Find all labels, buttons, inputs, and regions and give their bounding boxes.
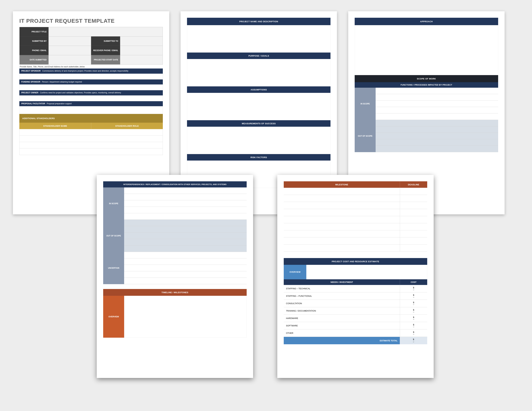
- value-submitted-to[interactable]: [120, 37, 163, 46]
- out-of-scope-rows: [376, 120, 498, 152]
- page-title: IT PROJECT REQUEST TEMPLATE: [19, 18, 163, 24]
- input-area[interactable]: [306, 265, 427, 279]
- table-row[interactable]: [124, 194, 247, 200]
- cost-row-value[interactable]: $–: [400, 322, 427, 329]
- table-row[interactable]: [284, 244, 427, 252]
- table-row[interactable]: [376, 94, 498, 101]
- table-row[interactable]: [124, 239, 247, 245]
- table-row[interactable]: [376, 113, 498, 120]
- role-input[interactable]: [19, 74, 163, 79]
- input-area[interactable]: [355, 25, 498, 75]
- milestones-header: MILESTONE DEADLINE: [284, 181, 427, 188]
- role-desc: Confirms need for project and validates …: [40, 92, 121, 94]
- table-row[interactable]: [284, 230, 427, 237]
- table-row[interactable]: [376, 126, 498, 133]
- cost-row-value[interactable]: $–: [400, 292, 427, 300]
- table-row[interactable]: [284, 237, 427, 244]
- label-estimate-total: ESTIMATE TOTAL: [284, 337, 400, 344]
- additional-stakeholders-header: ADDITIONAL STAKEHOLDERS: [19, 114, 163, 123]
- table-row[interactable]: [124, 187, 247, 194]
- input-area[interactable]: [187, 127, 331, 154]
- value-projected-start[interactable]: [120, 55, 163, 65]
- cost-row-label: STAFFING – TECHNICAL: [284, 285, 400, 292]
- table-row[interactable]: [124, 245, 247, 252]
- table-row[interactable]: [124, 213, 247, 220]
- section-assumptions: ASSUMPTIONS: [187, 86, 331, 93]
- cost-row-value[interactable]: $–: [400, 300, 427, 307]
- table-row[interactable]: [284, 202, 427, 209]
- table-row[interactable]: [124, 265, 247, 271]
- table-row[interactable]: [376, 101, 498, 107]
- table-row[interactable]: [284, 216, 427, 223]
- role-proposal-facilitator: PROPOSAL FACILITATOR Proposal preparatio…: [19, 101, 163, 106]
- label-uncertain: UNCERTAIN: [103, 252, 124, 284]
- stakeholders-rows: [19, 129, 163, 155]
- table-row[interactable]: [124, 258, 247, 265]
- table-row[interactable]: [124, 207, 247, 213]
- table-row[interactable]: [376, 107, 498, 113]
- table-row[interactable]: [19, 136, 163, 142]
- value-receiver-phone-email[interactable]: [120, 46, 163, 55]
- role-input[interactable]: [19, 106, 163, 114]
- cost-row-value[interactable]: $–: [400, 315, 427, 322]
- table-row[interactable]: [124, 278, 247, 284]
- label-out-of-scope: OUT OF SCOPE: [355, 120, 376, 152]
- table-row[interactable]: [376, 146, 498, 152]
- stakeholder-note: Provide Name, Title, Phone, and Email Ad…: [19, 65, 163, 68]
- table-row[interactable]: [124, 233, 247, 239]
- role-label: PROJECT OWNER: [21, 92, 38, 94]
- col-cost: COST: [400, 279, 427, 285]
- label-projected-start: PROJECTED START DATE: [91, 55, 120, 65]
- table-row[interactable]: [376, 88, 498, 94]
- value-project-title[interactable]: [48, 27, 163, 37]
- value-phone-email[interactable]: [48, 46, 91, 55]
- label-in-scope: IN SCOPE: [355, 88, 376, 120]
- table-row[interactable]: [124, 200, 247, 207]
- value-submitted-by[interactable]: [48, 37, 91, 46]
- scope-in: IN SCOPE: [355, 88, 498, 120]
- cost-row-value[interactable]: $–: [400, 307, 427, 315]
- table-row[interactable]: [124, 252, 247, 258]
- in-scope-rows: [124, 187, 247, 220]
- table-row[interactable]: [124, 271, 247, 278]
- table-row[interactable]: [124, 220, 247, 226]
- value-date-submitted[interactable]: [48, 55, 91, 65]
- table-row[interactable]: [19, 129, 163, 136]
- table-row[interactable]: [376, 139, 498, 146]
- uncertain-rows: [124, 252, 247, 284]
- col-stakeholder-role: STAKEHOLDER ROLE: [91, 123, 163, 129]
- table-row[interactable]: [376, 133, 498, 139]
- role-project-owner: PROJECT OWNER Confirms need for project …: [19, 90, 163, 95]
- section-project-name: PROJECT NAME AND DESCRIPTION: [187, 18, 331, 25]
- cost-row-value[interactable]: $–: [400, 285, 427, 292]
- table-row[interactable]: [19, 142, 163, 149]
- table-row[interactable]: [376, 120, 498, 126]
- label-project-title: PROJECT TITLE: [19, 27, 48, 37]
- table-row[interactable]: [284, 195, 427, 202]
- input-area[interactable]: [124, 296, 247, 338]
- table-row[interactable]: [284, 188, 427, 195]
- timeline-overview: OVERVIEW: [103, 296, 247, 338]
- cost-table-header: NEEDS / INVESTMENT COST: [284, 279, 427, 285]
- cost-row-value[interactable]: $–: [400, 329, 427, 337]
- label-in-scope: IN SCOPE: [103, 187, 124, 220]
- table-row[interactable]: [284, 209, 427, 216]
- role-label: PROJECT SPONSOR: [21, 70, 41, 72]
- col-stakeholder-name: STAKEHOLDER NAME: [19, 123, 91, 129]
- role-input[interactable]: [19, 84, 163, 90]
- role-input[interactable]: [19, 95, 163, 101]
- section-purpose-goals: PURPOSE / GOALS: [187, 53, 331, 59]
- input-area[interactable]: [187, 93, 331, 120]
- section-approach: APPROACH: [355, 18, 498, 25]
- table-row[interactable]: [124, 226, 247, 233]
- role-project-sponsor: PROJECT SPONSOR Commissions delivery of …: [19, 68, 163, 74]
- input-area[interactable]: [187, 59, 331, 86]
- section-measurements: MEASUREMENTS OF SUCCESS: [187, 120, 331, 127]
- section-risk-factors: RISK FACTORS: [187, 154, 331, 160]
- input-area[interactable]: [187, 25, 331, 53]
- table-row[interactable]: [284, 223, 427, 230]
- template-page-5: MILESTONE DEADLINE PROJECT COST AND RESO…: [277, 175, 434, 378]
- table-row[interactable]: [19, 149, 163, 155]
- cost-row-label: TRAINING / DOCUMENTATION: [284, 307, 400, 315]
- role-label: FUNDING SPONSOR: [21, 81, 40, 83]
